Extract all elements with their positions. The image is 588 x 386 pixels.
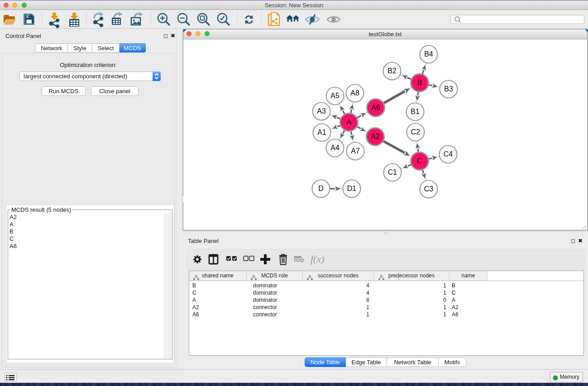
svg-text:A8: A8 [350, 89, 359, 97]
svg-text:B: B [417, 79, 422, 86]
svg-text:A3: A3 [317, 107, 326, 115]
svg-text:C3: C3 [424, 185, 434, 193]
svg-text:B2: B2 [387, 67, 397, 75]
svg-text:D1: D1 [347, 185, 357, 192]
svg-text:B3: B3 [444, 85, 453, 93]
svg-text:C: C [417, 157, 422, 165]
svg-text:A1: A1 [317, 129, 326, 136]
svg-text:B1: B1 [411, 108, 420, 115]
svg-text:A4: A4 [330, 144, 339, 152]
svg-text:B4: B4 [424, 50, 433, 58]
svg-text:A6: A6 [371, 104, 380, 111]
svg-text:A5: A5 [330, 92, 339, 100]
svg-text:C1: C1 [388, 168, 397, 176]
svg-text:A7: A7 [351, 147, 360, 155]
svg-text:A: A [347, 118, 352, 126]
svg-text:f(x): f(x) [311, 253, 325, 265]
svg-text:D: D [318, 185, 324, 192]
svg-text:A2: A2 [371, 133, 380, 140]
svg-text:C2: C2 [411, 128, 421, 136]
svg-text:C4: C4 [444, 150, 453, 158]
